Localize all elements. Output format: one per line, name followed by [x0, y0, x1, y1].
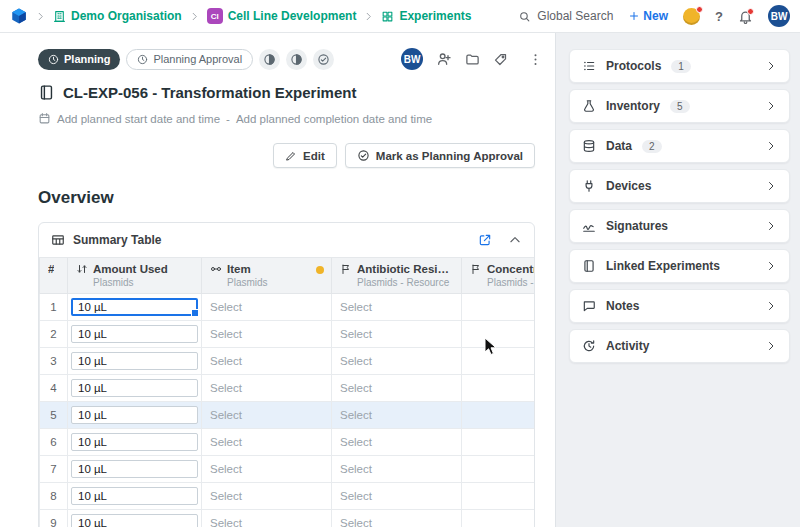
- item-select-cell[interactable]: Select: [202, 375, 332, 402]
- action-buttons-row: Edit Mark as Planning Approval: [38, 143, 543, 168]
- stage-in-progress[interactable]: [259, 49, 280, 70]
- new-button[interactable]: New: [628, 9, 668, 23]
- concentration-cell[interactable]: [462, 429, 535, 456]
- amount-used-cell[interactable]: 10 µL: [71, 352, 198, 370]
- sidebar-item-label: Signatures: [606, 219, 668, 233]
- item-select-cell[interactable]: Select: [202, 321, 332, 348]
- resistance-select-cell[interactable]: Select: [332, 483, 462, 510]
- summary-card-title: Summary Table: [73, 233, 161, 247]
- experiment-book-icon: [38, 84, 55, 101]
- sidebar-item-data[interactable]: Data 2: [569, 129, 790, 163]
- amount-used-cell[interactable]: 10 µL: [71, 406, 198, 424]
- date-separator: -: [226, 113, 230, 125]
- item-select-cell[interactable]: Select: [202, 483, 332, 510]
- chat-bubble-icon: [582, 299, 596, 313]
- row-index: 5: [40, 402, 68, 429]
- amount-used-cell[interactable]: 10 µL: [71, 433, 198, 451]
- sidebar-item-label: Devices: [606, 179, 651, 193]
- breadcrumb-experiments[interactable]: Experiments: [381, 9, 471, 23]
- resistance-select-cell[interactable]: Select: [332, 375, 462, 402]
- amount-used-cell[interactable]: 10 µL: [71, 325, 198, 343]
- item-select-cell[interactable]: Select: [202, 294, 332, 321]
- concentration-cell[interactable]: [462, 402, 535, 429]
- amount-used-cell[interactable]: 10 µL: [71, 298, 198, 316]
- count-badge: 1: [671, 60, 691, 73]
- section-name: Experiments: [399, 9, 471, 23]
- concentration-cell[interactable]: [462, 483, 535, 510]
- open-in-new-icon[interactable]: [478, 233, 492, 247]
- concentration-cell[interactable]: [462, 321, 535, 348]
- column-header-item[interactable]: Item Plasmids: [202, 258, 332, 294]
- resistance-select-cell[interactable]: Select: [332, 429, 462, 456]
- experiment-title-row: CL-EXP-056 - Transformation Experiment: [38, 84, 543, 101]
- assignee-avatar[interactable]: BW: [401, 48, 423, 70]
- item-select-cell[interactable]: Select: [202, 402, 332, 429]
- check-circle-icon: [317, 53, 330, 66]
- sidebar-item-signatures[interactable]: Signatures: [569, 209, 790, 243]
- sidebar-item-inventory[interactable]: Inventory 5: [569, 89, 790, 123]
- item-select-cell[interactable]: Select: [202, 510, 332, 527]
- resistance-select-cell[interactable]: Select: [332, 510, 462, 527]
- sidebar-item-notes[interactable]: Notes: [569, 289, 790, 323]
- stage-review[interactable]: [286, 49, 307, 70]
- amount-used-cell[interactable]: 10 µL: [71, 379, 198, 397]
- folder-icon[interactable]: [465, 52, 480, 67]
- sidebar-item-protocols[interactable]: Protocols 1: [569, 49, 790, 83]
- amount-used-cell[interactable]: 10 µL: [71, 514, 198, 527]
- notifications-bell[interactable]: [738, 9, 753, 24]
- sidebar-item-linked-experiments[interactable]: Linked Experiments: [569, 249, 790, 283]
- chevron-right-icon: [765, 60, 777, 72]
- collapse-chevron-up-icon[interactable]: [508, 233, 522, 247]
- table-row: 6 10 µL Select Select: [40, 429, 535, 456]
- top-navigation-bar: Demo Organisation Cl Cell Line Developme…: [0, 0, 800, 33]
- resistance-select-cell[interactable]: Select: [332, 402, 462, 429]
- add-collaborator-icon[interactable]: [436, 51, 452, 67]
- stage-planning-approval[interactable]: Planning Approval: [126, 49, 253, 70]
- resistance-select-cell[interactable]: Select: [332, 348, 462, 375]
- concentration-cell[interactable]: [462, 510, 535, 527]
- add-start-date-link[interactable]: Add planned start date and time: [57, 113, 220, 125]
- column-header-concentration[interactable]: Concentration Plasmids - Item: [462, 258, 535, 294]
- amount-used-cell[interactable]: 10 µL: [71, 460, 198, 478]
- edit-button[interactable]: Edit: [273, 143, 337, 168]
- breadcrumb-workspace[interactable]: Cl Cell Line Development: [207, 8, 357, 24]
- more-options-icon[interactable]: [528, 52, 543, 67]
- notification-dot: [696, 6, 703, 13]
- column-header-amount-used[interactable]: Amount Used Plasmids: [68, 258, 202, 294]
- mark-planning-approval-button[interactable]: Mark as Planning Approval: [345, 143, 535, 168]
- concentration-cell[interactable]: [462, 375, 535, 402]
- half-circle-icon: [263, 53, 276, 66]
- add-completion-date-link[interactable]: Add planned completion date and time: [236, 113, 432, 125]
- stage-planning[interactable]: Planning: [38, 49, 120, 70]
- chevron-right-icon: [189, 11, 200, 22]
- item-select-cell[interactable]: Select: [202, 429, 332, 456]
- sidebar-item-activity[interactable]: Activity: [569, 329, 790, 363]
- resistance-select-cell[interactable]: Select: [332, 321, 462, 348]
- concentration-cell[interactable]: [462, 348, 535, 375]
- tag-icon[interactable]: [493, 52, 508, 67]
- resistance-select-cell[interactable]: Select: [332, 294, 462, 321]
- global-search-label: Global Search: [537, 9, 613, 23]
- column-header-antibiotic-resistance[interactable]: Antibiotic Resistance Plasmids - Resourc…: [332, 258, 462, 294]
- plus-icon: [628, 10, 640, 22]
- item-select-cell[interactable]: Select: [202, 456, 332, 483]
- resistance-select-cell[interactable]: Select: [332, 456, 462, 483]
- rewards-icon[interactable]: [683, 8, 700, 25]
- global-search[interactable]: Global Search: [518, 9, 613, 23]
- table-row: 4 10 µL Select Select: [40, 375, 535, 402]
- concentration-cell[interactable]: [462, 294, 535, 321]
- help-icon[interactable]: ?: [715, 9, 723, 24]
- app-logo-icon[interactable]: [10, 7, 28, 25]
- item-select-cell[interactable]: Select: [202, 348, 332, 375]
- breadcrumb-organisation[interactable]: Demo Organisation: [53, 9, 182, 23]
- stage-completed[interactable]: [313, 49, 334, 70]
- signature-icon: [582, 219, 596, 233]
- table-row: 2 10 µL Select Select: [40, 321, 535, 348]
- column-header-index[interactable]: #: [40, 258, 68, 294]
- user-avatar[interactable]: BW: [768, 5, 790, 27]
- amount-used-cell[interactable]: 10 µL: [71, 487, 198, 505]
- count-badge: 2: [642, 140, 662, 153]
- sidebar-item-devices[interactable]: Devices: [569, 169, 790, 203]
- concentration-cell[interactable]: [462, 456, 535, 483]
- row-index: 8: [40, 483, 68, 510]
